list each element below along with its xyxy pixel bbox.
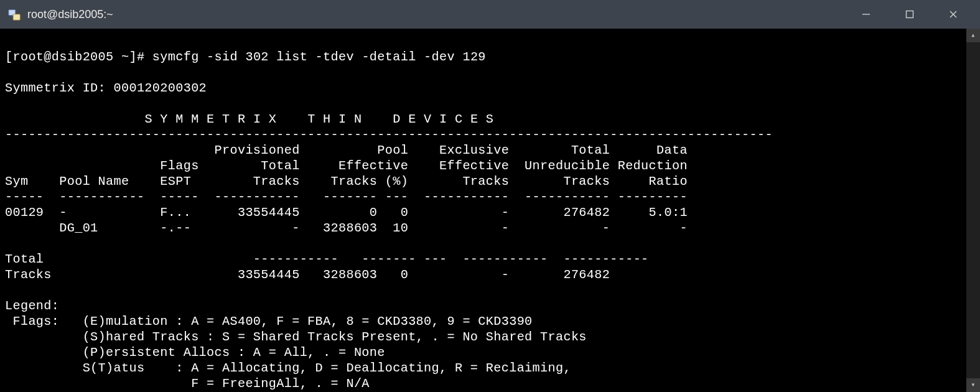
symmetrix-id-label: Symmetrix ID: [5, 81, 106, 95]
legend-line: F = FreeingAll, . = N/A [5, 376, 370, 391]
total-row: Tracks 33554445 3288603 0 - 276482 [5, 268, 610, 282]
prompt: [root@dsib2005 ~]# [5, 50, 144, 64]
scroll-track[interactable] [966, 42, 980, 378]
legend-label: Legend: [5, 299, 59, 313]
divider: ----------- ------- --- ----------- ----… [44, 252, 648, 266]
table-row: 00129 - F... 33554445 0 0 - 276482 5.0:1 [5, 205, 688, 220]
table-header: Provisioned Pool Exclusive Total Data [5, 143, 688, 157]
banner: S Y M M E T R I X T H I N D E V I C E S [144, 112, 493, 126]
legend-line: (S)hared Tracks : S = Shared Tracks Pres… [5, 330, 587, 344]
putty-icon [7, 7, 21, 21]
window-controls [844, 0, 975, 29]
vertical-scrollbar[interactable]: ▴ ▾ [966, 29, 980, 392]
divider: ----- ----------- ----- ----------- ----… [5, 190, 688, 204]
scroll-up-arrow[interactable]: ▴ [966, 29, 980, 42]
command-text: symcfg -sid 302 list -tdev -detail -dev … [152, 50, 486, 64]
minimize-button[interactable] [844, 0, 888, 29]
legend-line: S(T)atus : A = Allocating, D = Deallocat… [5, 361, 571, 375]
svg-rect-1 [13, 14, 20, 20]
table-header: Sym Pool Name ESPT Tracks Tracks (%) Tra… [5, 174, 688, 189]
window-title: root@dsib2005:~ [27, 8, 844, 21]
symmetrix-id: 000120200302 [114, 81, 207, 95]
table-header: Flags Total Effective Effective Unreduci… [5, 159, 688, 173]
total-label: Total [5, 252, 44, 266]
legend-line: (P)ersistent Allocs : A = All, . = None [5, 345, 385, 360]
divider: ----------------------------------------… [5, 128, 773, 142]
maximize-button[interactable] [888, 0, 931, 29]
terminal-output[interactable]: [root@dsib2005 ~]# symcfg -sid 302 list … [0, 29, 980, 392]
legend-line: Flags: (E)mulation : A = AS400, F = FBA,… [5, 314, 533, 329]
window-titlebar[interactable]: root@dsib2005:~ [0, 0, 980, 29]
scroll-down-arrow[interactable]: ▾ [966, 378, 980, 392]
close-button[interactable] [931, 0, 975, 29]
table-row: DG_01 -.-- - 3288603 10 - - - [5, 221, 688, 235]
svg-rect-4 [907, 11, 913, 18]
